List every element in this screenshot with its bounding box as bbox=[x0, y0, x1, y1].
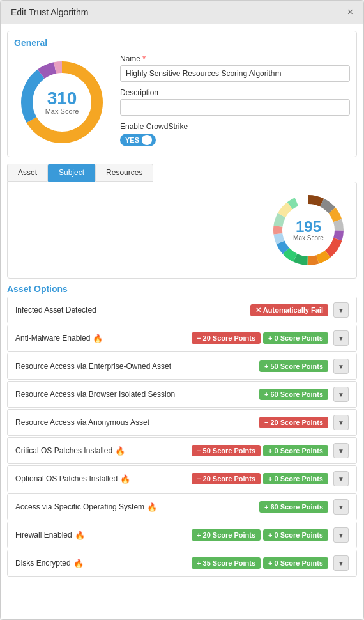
crowdstrike-group: Enable CrowdStrike YES bbox=[120, 122, 350, 146]
fire-icon: 🔥 bbox=[75, 531, 85, 540]
option-dropdown-button[interactable]: ▼ bbox=[333, 471, 349, 486]
option-badges: + 60 Score Points▼ bbox=[259, 499, 349, 515]
option-dropdown-button[interactable]: ▼ bbox=[333, 527, 349, 543]
score-badge: + 50 Score Points bbox=[259, 360, 328, 372]
name-label: Name * bbox=[120, 54, 350, 63]
tab-asset[interactable]: Asset bbox=[7, 164, 48, 182]
option-dropdown-button[interactable]: ▼ bbox=[333, 555, 349, 571]
option-row-wrapper: Critical OS Patches Installed🔥− 50 Score… bbox=[7, 437, 357, 464]
option-row: Resource Access via Browser Isolated Ses… bbox=[8, 382, 356, 407]
subject-donut-label: Max Score bbox=[293, 235, 324, 242]
tab-resources[interactable]: Resources bbox=[95, 164, 153, 182]
crowdstrike-toggle[interactable]: YES bbox=[120, 134, 156, 146]
description-input[interactable] bbox=[120, 99, 350, 116]
description-group: Description bbox=[120, 88, 350, 116]
main-donut-label: Max Score bbox=[45, 107, 79, 115]
score-badge: ✕ Automatically Fail bbox=[250, 304, 328, 316]
fire-icon: 🔥 bbox=[147, 502, 157, 512]
option-row: Resource Access via Enterprise-Owned Ass… bbox=[8, 353, 356, 379]
option-label: Anti-Malware Enabled🔥 bbox=[15, 334, 192, 343]
score-badge: − 20 Score Points bbox=[259, 417, 328, 428]
option-row-wrapper: Disks Encrypted🔥+ 35 Score Points+ 0 Sco… bbox=[7, 550, 357, 577]
option-row-wrapper: Optional OS Patches Installed🔥− 20 Score… bbox=[7, 465, 357, 492]
tab-subject[interactable]: Subject bbox=[48, 164, 95, 182]
option-badges: − 20 Score Points+ 0 Score Points▼ bbox=[192, 471, 349, 486]
close-button[interactable]: × bbox=[347, 7, 353, 17]
score-badge: + 60 Score Points bbox=[259, 501, 328, 513]
score-badge: + 20 Score Points bbox=[192, 529, 261, 541]
options-list: Infected Asset Detected✕ Automatically F… bbox=[1, 297, 363, 577]
fire-icon: 🔥 bbox=[115, 446, 125, 456]
option-row-wrapper: Resource Access via Enterprise-Owned Ass… bbox=[7, 353, 357, 380]
subject-donut-chart: 195 Max Score bbox=[267, 189, 350, 272]
option-dropdown-button[interactable]: ▼ bbox=[333, 330, 349, 346]
subject-donut-center: 195 Max Score bbox=[293, 219, 324, 242]
option-badges: + 50 Score Points▼ bbox=[259, 359, 349, 374]
option-label: Critical OS Patches Installed🔥 bbox=[15, 446, 192, 456]
main-donut-chart: 310 Max Score bbox=[14, 54, 110, 150]
score-badge: + 0 Score Points bbox=[263, 332, 328, 344]
score-badge: − 50 Score Points bbox=[192, 445, 261, 456]
option-badges: + 20 Score Points+ 0 Score Points▼ bbox=[192, 527, 349, 543]
fire-icon: 🔥 bbox=[93, 334, 103, 343]
option-label: Disks Encrypted🔥 bbox=[15, 559, 192, 568]
option-row: Critical OS Patches Installed🔥− 50 Score… bbox=[8, 438, 356, 463]
option-row: Resource Access via Anonymous Asset− 20 … bbox=[8, 410, 356, 435]
option-badges: + 35 Score Points+ 0 Score Points▼ bbox=[192, 555, 349, 571]
option-row: Firewall Enabled🔥+ 20 Score Points+ 0 Sc… bbox=[8, 522, 356, 548]
score-badge: − 20 Score Points bbox=[192, 332, 261, 344]
option-row: Infected Asset Detected✕ Automatically F… bbox=[8, 297, 356, 323]
general-title: General bbox=[14, 38, 350, 48]
option-row-wrapper: Resource Access via Anonymous Asset− 20 … bbox=[7, 409, 357, 436]
main-donut-number: 310 bbox=[45, 89, 79, 107]
score-badge: + 60 Score Points bbox=[259, 389, 328, 400]
crowdstrike-label: Enable CrowdStrike bbox=[120, 122, 350, 131]
fire-icon: 🔥 bbox=[120, 474, 130, 484]
option-row: Optional OS Patches Installed🔥− 20 Score… bbox=[8, 466, 356, 492]
option-row: Anti-Malware Enabled🔥− 20 Score Points+ … bbox=[8, 325, 356, 351]
name-input[interactable] bbox=[120, 65, 350, 82]
option-row-wrapper: Infected Asset Detected✕ Automatically F… bbox=[7, 297, 357, 323]
fire-icon: 🔥 bbox=[73, 559, 84, 568]
option-dropdown-button[interactable]: ▼ bbox=[333, 415, 349, 430]
general-section: General 310 Max Score bbox=[7, 31, 357, 157]
option-label: Optional OS Patches Installed🔥 bbox=[15, 474, 192, 484]
general-form: Name * Description Enable CrowdStrike YE… bbox=[120, 54, 350, 146]
score-badge: + 0 Score Points bbox=[263, 529, 328, 541]
tabs-container: Asset Subject Resources bbox=[7, 164, 357, 182]
option-row-wrapper: Access via Specific Operating System🔥+ 6… bbox=[7, 493, 357, 520]
score-badge: + 0 Score Points bbox=[263, 473, 328, 484]
modal-title: Edit Trust Algorithm bbox=[11, 7, 88, 17]
option-badges: + 60 Score Points▼ bbox=[259, 387, 349, 402]
option-badges: − 20 Score Points+ 0 Score Points▼ bbox=[192, 330, 349, 346]
name-group: Name * bbox=[120, 54, 350, 82]
asset-options-title: Asset Options bbox=[7, 284, 357, 294]
description-label: Description bbox=[120, 88, 350, 97]
option-label: Resource Access via Browser Isolated Ses… bbox=[15, 390, 259, 399]
score-badge: + 0 Score Points bbox=[263, 445, 328, 456]
option-dropdown-button[interactable]: ▼ bbox=[333, 443, 349, 458]
option-label: Resource Access via Enterprise-Owned Ass… bbox=[15, 362, 259, 371]
option-label: Infected Asset Detected bbox=[15, 306, 250, 314]
modal-container: Edit Trust Algorithm × General 310 bbox=[0, 0, 364, 620]
option-label: Access via Specific Operating System🔥 bbox=[15, 502, 259, 512]
option-row: Access via Specific Operating System🔥+ 6… bbox=[8, 494, 356, 520]
option-row-wrapper: Anti-Malware Enabled🔥− 20 Score Points+ … bbox=[7, 325, 357, 352]
toggle-text: YES bbox=[125, 136, 139, 144]
option-badges: − 50 Score Points+ 0 Score Points▼ bbox=[192, 443, 349, 458]
option-dropdown-button[interactable]: ▼ bbox=[333, 302, 349, 318]
option-row-wrapper: Resource Access via Browser Isolated Ses… bbox=[7, 381, 357, 408]
main-donut-center: 310 Max Score bbox=[45, 89, 79, 115]
toggle-knob bbox=[142, 135, 152, 145]
option-row-wrapper: Firewall Enabled🔥+ 20 Score Points+ 0 Sc… bbox=[7, 522, 357, 548]
option-row: Disks Encrypted🔥+ 35 Score Points+ 0 Sco… bbox=[8, 550, 356, 576]
option-dropdown-button[interactable]: ▼ bbox=[333, 387, 349, 402]
score-badge: − 20 Score Points bbox=[192, 473, 261, 484]
modal-header: Edit Trust Algorithm × bbox=[1, 1, 363, 24]
option-badges: − 20 Score Points▼ bbox=[259, 415, 349, 430]
required-star: * bbox=[142, 54, 146, 63]
subject-section: 195 Max Score bbox=[7, 182, 357, 279]
general-content: 310 Max Score Name * Description bbox=[14, 54, 350, 150]
option-dropdown-button[interactable]: ▼ bbox=[333, 359, 349, 374]
option-dropdown-button[interactable]: ▼ bbox=[333, 499, 349, 515]
